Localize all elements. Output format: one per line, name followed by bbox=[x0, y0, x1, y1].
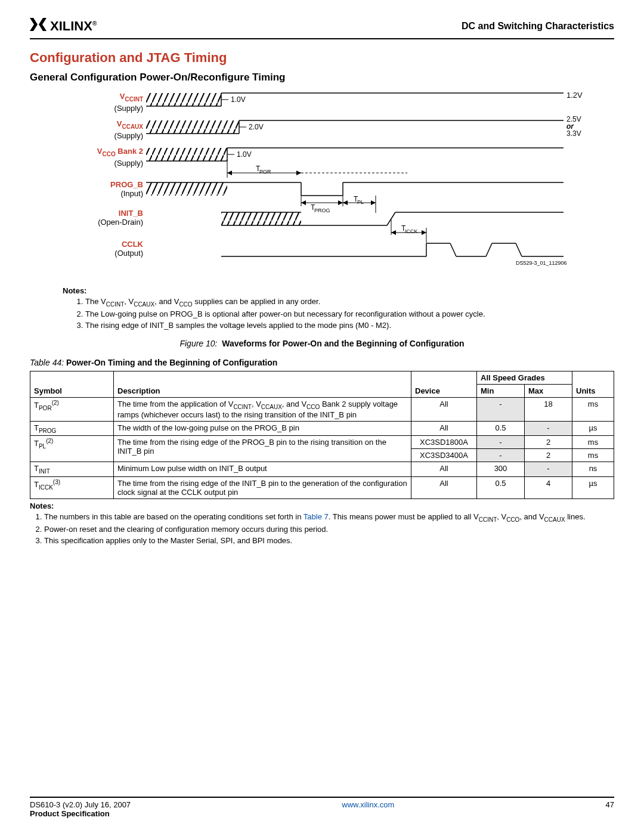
waveform-svg: 1.0V 2.0V 1.0V TPOR TPROG TPL bbox=[146, 89, 587, 274]
svg-text:PL: PL bbox=[357, 199, 364, 205]
svg-marker-23 bbox=[227, 171, 232, 175]
footer-url[interactable]: www.xilinx.com bbox=[342, 800, 394, 818]
figure-caption: Figure 10: Waveforms for Power-On and th… bbox=[30, 339, 614, 348]
figure-note-3: The rising edge of INIT_B samples the vo… bbox=[85, 320, 614, 331]
svg-marker-0 bbox=[30, 18, 38, 31]
table-notes-list: The numbers in this table are based on t… bbox=[44, 512, 614, 546]
header-rule bbox=[30, 38, 614, 39]
diagram-ref: DS529-3_01_112906 bbox=[516, 260, 567, 266]
svg-rect-9 bbox=[146, 120, 239, 134]
svg-marker-24 bbox=[296, 171, 301, 175]
sig-prog-type: (Input) bbox=[120, 189, 143, 198]
svg-rect-3 bbox=[146, 93, 221, 106]
sig-vcco-name: VCCO Bank 2 bbox=[97, 147, 143, 156]
figure-note-1: The VCCINT, VCCAUX, and VCCO supplies ca… bbox=[85, 296, 614, 308]
th-device: Device bbox=[411, 371, 477, 398]
svg-text:PROG: PROG bbox=[314, 208, 330, 213]
svg-marker-55 bbox=[391, 230, 396, 235]
table-notes-header: Notes: bbox=[30, 501, 614, 510]
svg-marker-42 bbox=[371, 200, 376, 205]
svg-text:POR: POR bbox=[259, 169, 271, 175]
timing-diagram: VCCINT (Supply) VCCAUX (Supply) VCCO Ban… bbox=[86, 89, 587, 280]
th-speedgrades: All Speed Grades bbox=[477, 371, 572, 385]
page-header: XILINX® DC and Switching Characteristics bbox=[30, 18, 614, 35]
table-note-3: This specification applies only to the M… bbox=[44, 535, 614, 546]
figure-notes-header: Notes: bbox=[63, 286, 614, 295]
th-symbol: Symbol bbox=[30, 371, 114, 398]
table-note-2: Power-on reset and the clearing of confi… bbox=[44, 524, 614, 535]
table-row: TPOR(2) The time from the application of… bbox=[30, 398, 614, 422]
logo-mark bbox=[30, 18, 47, 35]
svg-marker-37 bbox=[338, 200, 343, 205]
svg-text:2.0V: 2.0V bbox=[249, 123, 264, 131]
th-units: Units bbox=[572, 371, 614, 398]
sig-init-name: INIT_B bbox=[119, 209, 143, 218]
svg-rect-48 bbox=[221, 212, 301, 225]
sig-cclk-type: (Output) bbox=[114, 249, 143, 258]
svg-rect-15 bbox=[146, 148, 227, 161]
svg-line-63 bbox=[450, 243, 456, 256]
th-max: Max bbox=[525, 385, 572, 398]
svg-line-67 bbox=[516, 243, 522, 256]
svg-marker-56 bbox=[422, 230, 426, 235]
svg-marker-1 bbox=[39, 18, 47, 31]
svg-text:ICCK: ICCK bbox=[405, 228, 418, 234]
figure-notes-list: The VCCINT, VCCAUX, and VCCO supplies ca… bbox=[85, 296, 614, 330]
th-min: Min bbox=[477, 385, 525, 398]
table-row: TPROG The width of the low-going pulse o… bbox=[30, 421, 614, 436]
svg-text:1.0V: 1.0V bbox=[237, 150, 252, 159]
main-heading: Configuration and JTAG Timing bbox=[30, 50, 614, 66]
sig-prog-name: PROG_B bbox=[110, 180, 143, 189]
timing-table: Symbol Description Device All Speed Grad… bbox=[30, 371, 614, 499]
logo-text: XILINX® bbox=[50, 18, 97, 34]
svg-marker-41 bbox=[343, 200, 348, 205]
table-caption: Table 44: Power-On Timing and the Beginn… bbox=[30, 358, 614, 367]
doc-section-title: DC and Switching Characteristics bbox=[462, 21, 614, 32]
sig-init-type: (Open-Drain) bbox=[98, 218, 143, 227]
sig-vccaux-type: (Supply) bbox=[114, 131, 143, 140]
figure-note-2: The Low-going pulse on PROG_B is optiona… bbox=[85, 309, 614, 320]
sig-vcco-type: (Supply) bbox=[114, 159, 143, 168]
svg-text:1.0V: 1.0V bbox=[231, 95, 246, 104]
table7-link[interactable]: Table 7 bbox=[304, 512, 329, 521]
svg-line-65 bbox=[486, 243, 492, 256]
table-row: TPL(2) The time from the rising edge of … bbox=[30, 436, 614, 449]
vccaux-final: 2.5V or 3.3V bbox=[566, 116, 581, 137]
footer-left: DS610-3 (v2.0) July 16, 2007 Product Spe… bbox=[30, 800, 131, 818]
sig-vccaux-name: VCCAUX bbox=[117, 119, 143, 128]
sig-cclk-name: CCLK bbox=[122, 240, 143, 249]
sub-heading: General Configuration Power-On/Reconfigu… bbox=[30, 72, 614, 83]
th-description: Description bbox=[114, 371, 411, 398]
table-row: TINIT Minimum Low pulse width on INIT_B … bbox=[30, 462, 614, 477]
svg-rect-28 bbox=[146, 182, 227, 196]
footer-page-number: 47 bbox=[606, 800, 614, 818]
sig-vccint-type: (Supply) bbox=[114, 104, 143, 113]
vccint-final: 1.2V bbox=[566, 91, 583, 100]
page-footer: DS610-3 (v2.0) July 16, 2007 Product Spe… bbox=[30, 797, 614, 818]
table-row: TICCK(3) The time from the rising edge o… bbox=[30, 476, 614, 498]
svg-marker-36 bbox=[301, 200, 306, 205]
xilinx-logo: XILINX® bbox=[30, 18, 97, 35]
sig-vccint-name: VCCINT bbox=[120, 92, 143, 101]
table-note-1: The numbers in this table are based on t… bbox=[44, 512, 614, 524]
